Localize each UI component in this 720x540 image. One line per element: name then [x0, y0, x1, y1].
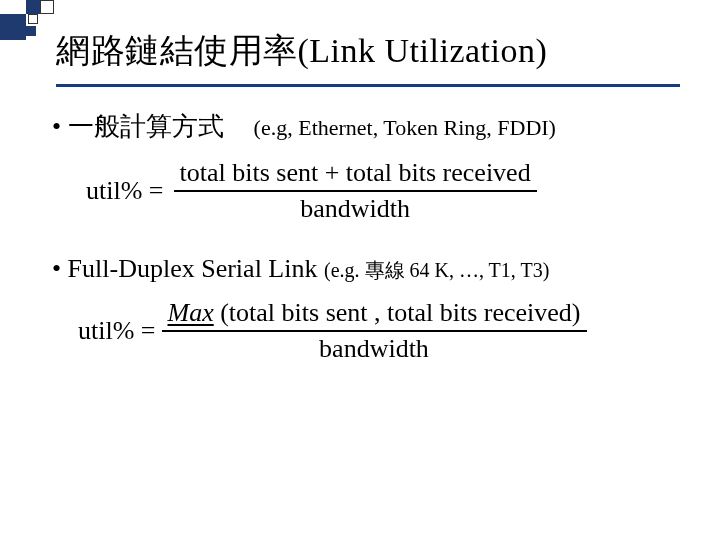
formula1-fraction: total bits sent + total bits received ba… — [174, 158, 537, 224]
bullet-general-method: • 一般計算方式 (e.g, Ethernet, Token Ring, FDD… — [52, 109, 680, 144]
formula1-numerator: total bits sent + total bits received — [174, 158, 537, 190]
content-area: • 一般計算方式 (e.g, Ethernet, Token Ring, FDD… — [0, 87, 720, 364]
formula-general: util% = total bits sent + total bits rec… — [86, 158, 680, 224]
formula2-denominator: bandwidth — [319, 332, 429, 364]
formula2-lhs: util% = — [78, 316, 162, 346]
formula2-fraction: Max (total bits sent , total bits receiv… — [162, 298, 587, 364]
formula2-numerator: Max (total bits sent , total bits receiv… — [162, 298, 587, 330]
bullet2-subnote: (e.g. 專線 64 K, …, T1, T3) — [324, 259, 549, 281]
page-title: 網路鏈結使用率(Link Utilization) — [56, 28, 547, 74]
bullet2-label: • Full-Duplex Serial Link — [52, 254, 317, 283]
bullet1-subnote: (e.g, Ethernet, Token Ring, FDDI) — [254, 115, 556, 140]
formula-full-duplex: util% = Max (total bits sent , total bit… — [78, 298, 680, 364]
title-bar: 網路鏈結使用率(Link Utilization) — [56, 0, 680, 87]
bullet-full-duplex: • Full-Duplex Serial Link (e.g. 專線 64 K,… — [52, 254, 680, 284]
max-keyword: Max — [168, 298, 214, 327]
formula1-denominator: bandwidth — [300, 192, 410, 224]
bullet1-label: • 一般計算方式 — [52, 112, 224, 141]
corner-squares-decoration — [0, 0, 56, 56]
formula2-numerator-rest: (total bits sent , total bits received) — [214, 298, 581, 327]
formula1-lhs: util% = — [86, 176, 174, 206]
